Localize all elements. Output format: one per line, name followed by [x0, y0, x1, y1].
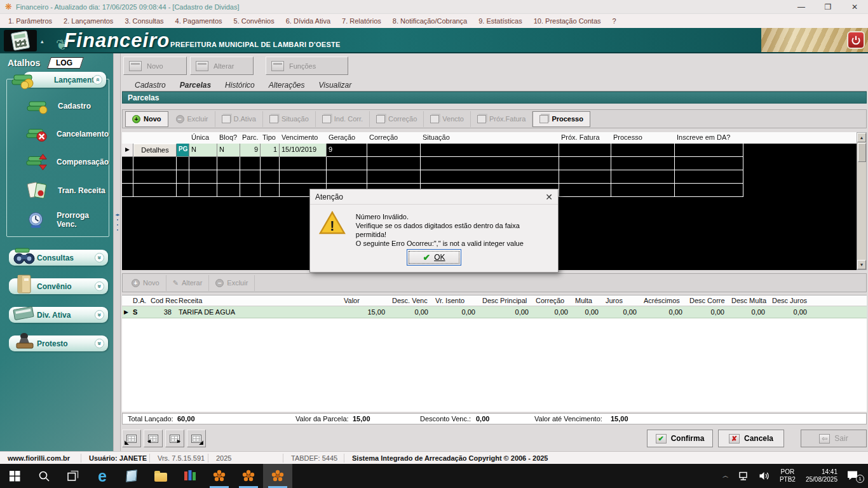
- parcelas-vencto-button[interactable]: Vencto: [424, 111, 471, 127]
- menu-help[interactable]: ?: [607, 17, 622, 25]
- parcelas-novo-button[interactable]: + Novo: [125, 111, 168, 127]
- sidebar-group-lancamento[interactable]: Lançament. »: [24, 72, 106, 88]
- receitas-novo-button[interactable]: + Novo: [125, 275, 166, 291]
- menu-notificacao[interactable]: 8. Notificação/Cobrança: [387, 17, 473, 25]
- parcelas-correcao-button[interactable]: Correção: [370, 111, 424, 127]
- confirma-button[interactable]: ✔ Confirma: [647, 430, 713, 447]
- detalhes-button[interactable]: Detalhes: [133, 144, 177, 157]
- fiorilli-app-button-2[interactable]: [234, 464, 263, 488]
- file-explorer-button[interactable]: [146, 464, 175, 488]
- menu-lancamentos[interactable]: 2. Lançamentos: [58, 17, 119, 25]
- menu-convenios[interactable]: 5. Convênios: [228, 17, 280, 25]
- next-record-button[interactable]: ►: [165, 430, 184, 447]
- scroll-up-icon[interactable]: ▲: [857, 133, 866, 142]
- funcoes-button[interactable]: Funções: [266, 57, 348, 75]
- parcelas-situacao-button[interactable]: Situação: [263, 111, 316, 127]
- receitas-alterar-button[interactable]: ✎ Alterar: [166, 275, 210, 291]
- municipality-name: PREFEITURA MUNICIPAL DE LAMBARI D'OESTE: [170, 41, 341, 48]
- sidebar-group-protesto[interactable]: Protesto »: [9, 336, 108, 351]
- volume-icon[interactable]: [754, 471, 775, 480]
- parcelas-excluir-button[interactable]: − Excluir: [170, 111, 215, 127]
- task-view-button[interactable]: [58, 464, 88, 488]
- prism-app-button[interactable]: [117, 464, 146, 488]
- cell-tipo: 1: [261, 144, 280, 157]
- parcelas-dativa-button[interactable]: D.Ativa: [215, 111, 263, 127]
- tray-chevron-icon[interactable]: ︿: [717, 471, 734, 480]
- search-button[interactable]: [29, 464, 58, 488]
- tab-cadastro[interactable]: Cadastro: [128, 79, 172, 91]
- fiorilli-flower-icon: [271, 470, 284, 482]
- menu-consultas[interactable]: 3. Consultas: [119, 17, 169, 25]
- col-juros: Juros: [604, 295, 642, 306]
- tab-parcelas[interactable]: Parcelas: [173, 79, 217, 91]
- edge-icon: e: [98, 468, 107, 484]
- menu-parametros[interactable]: 1. Parâmetros: [3, 17, 58, 25]
- sair-button[interactable]: ⇦ Sair: [801, 430, 867, 447]
- status-bar: www.fiorilli.com.br Usuário: JANETE Vrs.…: [0, 451, 868, 464]
- stamp-icon: [11, 330, 38, 355]
- menu-pagamentos[interactable]: 4. Pagamentos: [170, 17, 228, 25]
- sidebar-item-prorroga-venc[interactable]: Prorroga Venc.: [25, 210, 109, 230]
- prev-record-button[interactable]: ◄: [144, 430, 163, 447]
- parcelas-scrollbar[interactable]: ▲ ▼: [857, 132, 867, 270]
- fiorilli-app-button-active[interactable]: [263, 464, 292, 488]
- power-button[interactable]: [847, 31, 865, 49]
- menu-relatorios[interactable]: 7. Relatórios: [336, 17, 387, 25]
- col-unica: Única: [189, 132, 217, 144]
- scroll-down-icon[interactable]: ▼: [857, 260, 866, 269]
- alterar-record-button[interactable]: Alterar: [190, 57, 254, 75]
- sidebar-group-consultas[interactable]: Consultas »: [9, 250, 108, 266]
- language-indicator[interactable]: POR PTB2: [775, 468, 801, 484]
- add-icon: +: [132, 115, 140, 123]
- expand-chevron-icon[interactable]: »: [95, 253, 104, 262]
- network-icon[interactable]: [734, 471, 754, 481]
- parcelas-ind-corr-button[interactable]: Ind. Corr.: [316, 111, 370, 127]
- expand-chevron-icon[interactable]: »: [95, 310, 104, 320]
- sidebar-splitter[interactable]: ◂▸▪▪▪: [113, 53, 121, 451]
- dialog-close-icon[interactable]: ✕: [545, 192, 553, 202]
- website-link[interactable]: www.fiorilli.com.br: [0, 454, 81, 463]
- scroll-thumb[interactable]: [858, 143, 866, 162]
- first-record-button[interactable]: ◣: [122, 430, 141, 447]
- dialog-ok-button[interactable]: ✔ OK: [407, 249, 461, 266]
- title-bar: ❋ Financeiro - Atualizado dia: 17/06/202…: [0, 0, 868, 14]
- close-button[interactable]: ✕: [841, 0, 868, 14]
- parcelas-prox-fatura-button[interactable]: Próx.Fatura: [471, 111, 532, 127]
- receitas-excluir-button[interactable]: − Excluir: [209, 275, 255, 291]
- receitas-row-selected[interactable]: ▶ S 38 TARIFA DE AGUA 15,00 0,00 0,00 0,…: [122, 306, 867, 318]
- sidebar-item-cadastro[interactable]: Cadastro: [25, 97, 109, 116]
- menu-prestacao-contas[interactable]: 10. Prestação Contas: [528, 17, 607, 25]
- expand-chevron-icon[interactable]: »: [95, 281, 104, 291]
- caret-icon: ▴: [41, 38, 44, 44]
- sidebar-item-compensacao[interactable]: Compensação: [25, 152, 109, 172]
- minimize-button[interactable]: —: [788, 0, 815, 14]
- start-button[interactable]: [0, 464, 29, 488]
- expand-chevron-icon[interactable]: »: [95, 339, 104, 348]
- dialog-title-bar[interactable]: Atenção ✕: [310, 189, 558, 205]
- tab-alteracoes[interactable]: Alterações: [262, 79, 311, 91]
- menu-bar: 1. Parâmetros 2. Lançamentos 3. Consulta…: [0, 14, 868, 28]
- menu-divida-ativa[interactable]: 6. Dívida Ativa: [280, 17, 336, 25]
- sidebar-group-div-ativa[interactable]: Div. Ativa »: [9, 307, 108, 323]
- sidebar-item-cancelamento[interactable]: Cancelamento: [25, 125, 109, 144]
- menu-estatisticas[interactable]: 9. Estatísticas: [473, 17, 527, 25]
- edge-button[interactable]: e: [88, 464, 117, 488]
- parcelas-row-selected[interactable]: ▶ Detalhes PG N N 9 1 15/10/2019 9: [122, 144, 857, 157]
- maximize-button[interactable]: ❐: [815, 0, 841, 14]
- tab-visualizar[interactable]: Visualizar: [312, 79, 358, 91]
- sidebar-group-convenio[interactable]: Convênio »: [9, 278, 108, 294]
- cancela-button[interactable]: ✘ Cancela: [718, 430, 784, 447]
- log-tab[interactable]: LOG: [47, 57, 84, 69]
- novo-record-button[interactable]: Novo: [123, 57, 187, 75]
- tab-historico[interactable]: Histórico: [219, 79, 261, 91]
- suite-app-button[interactable]: [175, 464, 205, 488]
- fiorilli-app-button-1[interactable]: [205, 464, 234, 488]
- sidebar-item-tran-receita[interactable]: Tran. Receita: [25, 180, 109, 201]
- last-record-button[interactable]: ◢: [187, 430, 206, 447]
- parcelas-processo-button[interactable]: Processo: [532, 111, 590, 127]
- action-center-button[interactable]: 1: [843, 470, 868, 482]
- col-geracao: Geração: [327, 132, 367, 144]
- clock-indicator[interactable]: 14:41 25/08/2025: [801, 468, 843, 484]
- collapse-chevron-icon[interactable]: »: [93, 75, 102, 85]
- remove-icon: −: [176, 115, 184, 123]
